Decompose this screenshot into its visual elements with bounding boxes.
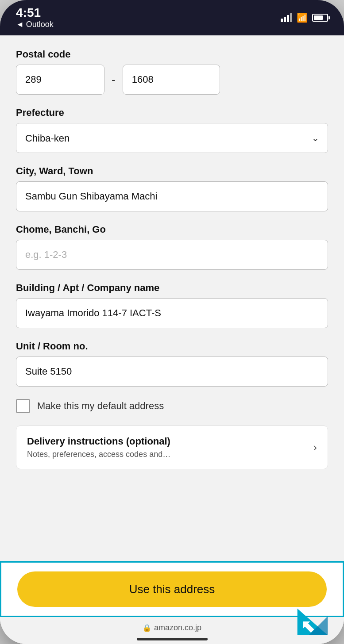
signal-icon [281,13,292,22]
city-ward-town-group: City, Ward, Town [16,165,328,211]
postal-dash: - [112,73,116,87]
content-area: Postal code - Prefecture Chiba-ken Tokyo… [0,35,344,644]
city-ward-town-label: City, Ward, Town [16,165,328,177]
delivery-instructions-title: Delivery instructions (optional) [27,436,306,447]
postal-code-label: Postal code [16,49,328,60]
default-address-checkbox[interactable] [16,399,30,413]
use-address-button[interactable]: Use this address [17,571,327,607]
domain-text: amazon.co.jp [154,623,201,632]
status-bar: 4:51 ◄ Outlook 📶 [0,0,344,35]
prefecture-select[interactable]: Chiba-ken Tokyo-to Kanagawa-ken Saitama-… [16,123,328,153]
wifi-icon: 📶 [297,12,308,23]
postal-code-part1[interactable] [16,65,104,95]
default-address-row: Make this my default address [16,399,328,413]
form-area: Postal code - Prefecture Chiba-ken Tokyo… [0,35,344,561]
bottom-cta-area: Use this address [0,561,344,617]
postal-code-group: Postal code - [16,49,328,95]
lock-icon: 🔒 [143,624,151,632]
footer-domain: 🔒 amazon.co.jp [143,623,201,632]
city-ward-town-input[interactable] [16,181,328,211]
delivery-chevron-icon: › [313,441,317,454]
status-left: 4:51 ◄ Outlook [16,7,54,29]
prefecture-group: Prefecture Chiba-ken Tokyo-to Kanagawa-k… [16,107,328,153]
status-time: 4:51 [16,7,54,19]
building-apt-group: Building / Apt / Company name [16,282,328,328]
battery-icon [312,14,328,22]
chome-banchi-go-label: Chome, Banchi, Go [16,224,328,235]
unit-room-label: Unit / Room no. [16,341,328,352]
chome-banchi-go-input[interactable] [16,240,328,270]
delivery-instructions-subtitle: Notes, preferences, access codes and… [27,450,306,459]
chome-banchi-go-group: Chome, Banchi, Go [16,224,328,270]
corner-logo: ⬉ [297,609,328,635]
postal-code-part2[interactable] [123,65,220,95]
unit-room-group: Unit / Room no. [16,341,328,387]
delivery-card-text: Delivery instructions (optional) Notes, … [27,436,306,459]
prefecture-select-wrapper: Chiba-ken Tokyo-to Kanagawa-ken Saitama-… [16,123,328,153]
home-indicator [137,638,208,640]
prefecture-label: Prefecture [16,107,328,119]
footer: 🔒 amazon.co.jp ⬉ [0,617,344,644]
postal-code-row: - [16,65,328,95]
svg-text:⬉: ⬉ [301,617,315,635]
delivery-instructions-card[interactable]: Delivery instructions (optional) Notes, … [16,426,328,469]
building-apt-input[interactable] [16,298,328,328]
unit-room-input[interactable] [16,356,328,387]
default-address-label: Make this my default address [37,400,164,412]
status-right: 📶 [281,12,328,23]
back-button[interactable]: ◄ Outlook [16,20,54,29]
phone-frame: 4:51 ◄ Outlook 📶 Postal code - [0,0,344,644]
building-apt-label: Building / Apt / Company name [16,282,328,294]
